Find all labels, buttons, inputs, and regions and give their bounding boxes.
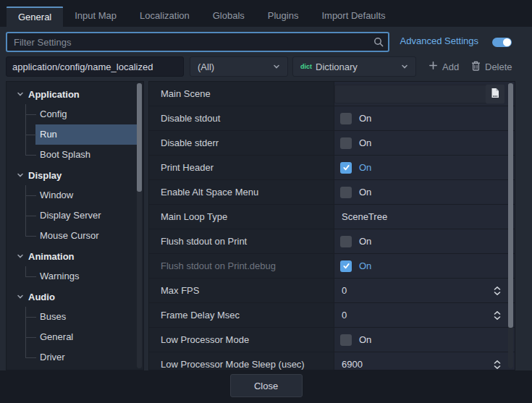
- checkbox-unchecked[interactable]: [340, 187, 352, 198]
- property-row-low-processor-mode-sleep: Low Processor Mode Sleep (usec) 6900: [149, 352, 515, 370]
- tab-plugins[interactable]: Plugins: [256, 7, 311, 27]
- dialog-footer: Close: [0, 370, 532, 403]
- delete-button[interactable]: Delete: [471, 56, 512, 77]
- property-label: Disable stdout: [149, 106, 334, 130]
- property-value: On: [334, 131, 515, 155]
- main-scene-input[interactable]: [334, 85, 488, 103]
- sidebar-item-boot-splash[interactable]: Boot Splash: [7, 145, 143, 165]
- project-settings-dialog: Advanced Settings (All) dict Dictionary …: [0, 27, 532, 370]
- updown-spinner-icon[interactable]: [493, 286, 502, 298]
- scrollbar-thumb[interactable]: [137, 83, 142, 192]
- sidebar-section-animation[interactable]: Animation: [7, 246, 143, 266]
- property-value: SceneTree: [334, 205, 515, 229]
- main-loop-type-input[interactable]: SceneTree: [340, 211, 387, 222]
- tab-globals[interactable]: Globals: [201, 7, 256, 27]
- sidebar-section-label: Application: [28, 89, 80, 100]
- property-value: On: [334, 156, 515, 179]
- property-label: Print Header: [149, 156, 334, 179]
- trash-icon: [471, 61, 481, 73]
- checkbox-unchecked[interactable]: [340, 334, 352, 346]
- close-button[interactable]: Close: [230, 374, 303, 397]
- sidebar-item-warnings[interactable]: Warnings: [7, 266, 143, 287]
- checkbox-checked[interactable]: [340, 162, 352, 174]
- tab-input-map[interactable]: Input Map: [63, 7, 128, 27]
- chevron-down-icon: [401, 61, 408, 72]
- checkbox-label: On: [359, 236, 371, 247]
- tab-import-defaults[interactable]: Import Defaults: [310, 7, 397, 27]
- search-icon: [373, 37, 384, 47]
- scrollbar-thumb[interactable]: [508, 83, 513, 328]
- frame-delay-msec-input[interactable]: 0: [340, 310, 347, 321]
- type-select-value: Dictionary: [316, 61, 358, 72]
- settings-category-tree: Application Config Run Boot Splash Displ…: [6, 81, 144, 370]
- delete-button-label: Delete: [485, 61, 512, 72]
- chevron-down-icon: [273, 61, 280, 72]
- property-label: Max FPS: [149, 279, 334, 302]
- sidebar-item-buses[interactable]: Buses: [7, 307, 143, 327]
- sidebar-item-general[interactable]: General: [7, 327, 143, 347]
- type-select[interactable]: dict Dictionary: [292, 56, 416, 77]
- sidebar-item-window[interactable]: Window: [7, 185, 143, 205]
- updown-spinner-icon[interactable]: [493, 360, 502, 370]
- file-picker-button[interactable]: [486, 85, 504, 103]
- property-value: On: [334, 254, 515, 278]
- property-value: On: [334, 229, 515, 253]
- property-row-frame-delay-msec: Frame Delay Msec 0: [149, 303, 515, 328]
- chevron-down-icon: [17, 89, 24, 100]
- sidebar-item-display-server[interactable]: Display Server: [7, 205, 143, 226]
- settings-properties-panel: Main Scene Disable stdout On Disable std…: [148, 81, 515, 370]
- property-row-main-scene: Main Scene: [149, 82, 515, 106]
- property-toolbar: (All) dict Dictionary Add Delete: [0, 56, 532, 77]
- tab-localization[interactable]: Localization: [128, 7, 201, 27]
- property-value: On: [334, 106, 515, 130]
- low-processor-mode-sleep-input[interactable]: 6900: [340, 359, 363, 370]
- properties-scrollbar[interactable]: [508, 83, 513, 368]
- checkbox-unchecked[interactable]: [340, 113, 352, 124]
- sidebar-item-mouse-cursor[interactable]: Mouse Cursor: [7, 226, 143, 246]
- property-row-print-header: Print Header On: [149, 156, 515, 180]
- feature-filter-value: (All): [198, 61, 214, 72]
- checkbox-label: On: [359, 334, 371, 345]
- sidebar-section-audio[interactable]: Audio: [7, 287, 143, 307]
- property-row-flush-stdout-on-print: Flush stdout on Print On: [149, 229, 515, 254]
- chevron-down-icon: [17, 292, 24, 302]
- advanced-settings-toggle[interactable]: [492, 38, 512, 47]
- checkbox-label: On: [359, 260, 371, 271]
- tab-general[interactable]: General: [7, 7, 63, 27]
- add-button[interactable]: Add: [428, 56, 459, 77]
- property-row-main-loop-type: Main Loop Type SceneTree: [149, 205, 515, 229]
- sidebar-item-config[interactable]: Config: [7, 104, 143, 124]
- property-label: Frame Delay Msec: [149, 303, 334, 327]
- checkmark-icon: [342, 262, 350, 270]
- filter-settings-input[interactable]: [6, 32, 389, 52]
- checkbox-unchecked[interactable]: [340, 236, 352, 247]
- filter-row: Advanced Settings: [6, 32, 526, 52]
- chevron-down-icon: [17, 251, 24, 262]
- property-label: Main Loop Type: [149, 205, 334, 229]
- checkbox-label: On: [359, 187, 371, 198]
- sidebar-item-run[interactable]: Run: [7, 124, 143, 145]
- checkbox-unchecked[interactable]: [340, 137, 352, 149]
- sidebar-scrollbar[interactable]: [137, 83, 142, 368]
- feature-filter-select[interactable]: (All): [190, 56, 288, 77]
- property-label: Low Processor Mode Sleep (usec): [149, 352, 334, 370]
- sidebar-section-application[interactable]: Application: [7, 84, 143, 104]
- updown-spinner-icon[interactable]: [493, 310, 502, 323]
- sidebar-section-label: Animation: [28, 251, 75, 262]
- sidebar-section-display[interactable]: Display: [7, 165, 143, 185]
- checkmark-icon: [342, 164, 350, 171]
- max-fps-input[interactable]: 0: [340, 285, 347, 296]
- plus-icon: [428, 61, 438, 72]
- checkbox-label: On: [359, 113, 371, 124]
- checkbox-checked[interactable]: [340, 260, 352, 272]
- property-row-max-fps: Max FPS 0: [149, 279, 515, 303]
- property-value: On: [334, 328, 515, 352]
- property-label: Disable stderr: [149, 131, 334, 155]
- property-value: 0: [334, 303, 515, 327]
- property-row-disable-stderr: Disable stderr On: [149, 131, 515, 156]
- sidebar-item-driver[interactable]: Driver: [7, 347, 143, 368]
- property-row-flush-stdout-on-print-debug: Flush stdout on Print.debug On: [149, 254, 515, 279]
- property-path-input[interactable]: [6, 56, 184, 77]
- property-label: Enable Alt Space Menu: [149, 180, 334, 204]
- dictionary-type-icon: dict: [300, 63, 312, 70]
